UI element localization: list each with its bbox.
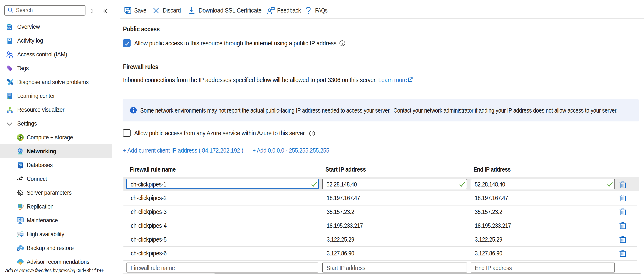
svg-text:My: My — [7, 26, 12, 29]
svg-text:$: $ — [20, 136, 21, 139]
svg-text:DB: DB — [18, 164, 22, 167]
svg-text:101: 101 — [8, 94, 11, 96]
